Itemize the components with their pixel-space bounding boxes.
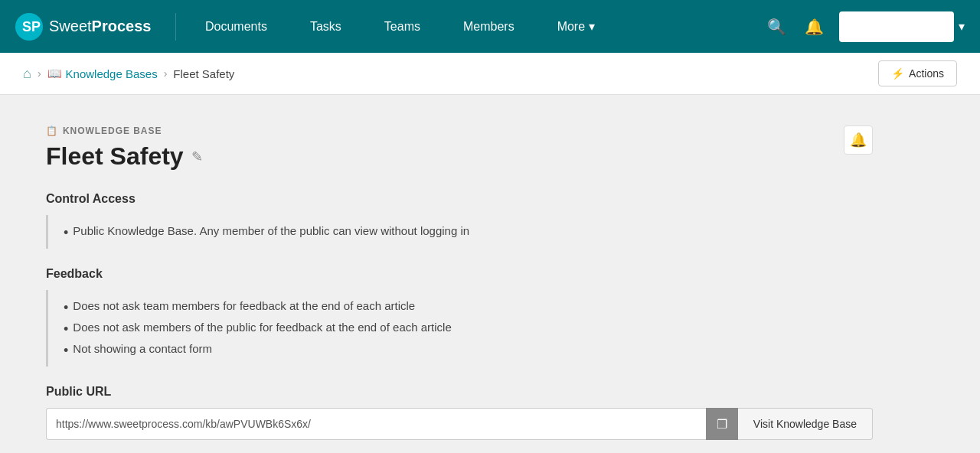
nav-members[interactable]: Members xyxy=(442,0,536,53)
svg-text:SP: SP xyxy=(22,19,41,34)
bullet-icon-2: • xyxy=(64,322,68,336)
feedback-heading: Feedback xyxy=(46,267,873,281)
nav-more[interactable]: More ▾ xyxy=(536,0,616,53)
copy-url-button[interactable]: ❐ xyxy=(706,408,738,440)
kb-title: Fleet Safety xyxy=(46,142,184,171)
kb-section-label: 📋 KNOWLEDGE BASE xyxy=(46,125,873,136)
nav-links: Documents Tasks Teams Members More ▾ xyxy=(184,0,764,53)
main-content: 🔔 📋 KNOWLEDGE BASE Fleet Safety ✎ Contro… xyxy=(0,95,919,453)
breadcrumb-bar: ⌂ › 📖 Knowledge Bases › Fleet Safety ⚡ A… xyxy=(0,53,980,95)
breadcrumb-separator-2: › xyxy=(164,67,168,80)
book-icon: 📋 xyxy=(46,125,58,136)
logo-area: SP SweetProcess xyxy=(15,13,176,41)
feedback-item-3: • Not showing a contact form xyxy=(64,342,858,357)
user-area: ▾ xyxy=(839,11,965,42)
feedback-item-2: • Does not ask members of the public for… xyxy=(64,321,858,336)
nav-tasks[interactable]: Tasks xyxy=(289,0,363,53)
url-row: ❐ Visit Knowledge Base xyxy=(46,408,873,440)
kb-title-row: Fleet Safety ✎ xyxy=(46,142,873,171)
bullet-icon-3: • xyxy=(64,344,68,357)
control-access-item-1: • Public Knowledge Base. Any member of t… xyxy=(64,224,858,240)
breadcrumb-separator-1: › xyxy=(38,67,41,80)
notification-button[interactable]: 🔔 xyxy=(802,15,827,39)
lightning-icon: ⚡ xyxy=(891,67,904,80)
actions-button[interactable]: ⚡ Actions xyxy=(878,60,957,86)
control-access-block: • Public Knowledge Base. Any member of t… xyxy=(46,215,873,249)
copy-icon: ❐ xyxy=(717,417,727,432)
nav-right: 🔍 🔔 ▾ xyxy=(764,11,965,42)
content-area: 🔔 📋 KNOWLEDGE BASE Fleet Safety ✎ Contro… xyxy=(0,95,980,453)
notification-subscribe-button[interactable]: 🔔 xyxy=(844,125,873,155)
nav-documents[interactable]: Documents xyxy=(184,0,289,53)
user-avatar[interactable] xyxy=(839,11,954,42)
knowledge-bases-link[interactable]: 📖 Knowledge Bases xyxy=(47,67,158,80)
edit-title-icon[interactable]: ✎ xyxy=(191,148,203,165)
breadcrumb: ⌂ › 📖 Knowledge Bases › Fleet Safety xyxy=(23,66,234,82)
public-url-input[interactable] xyxy=(46,408,706,440)
top-navigation: SP SweetProcess Documents Tasks Teams Me… xyxy=(0,0,980,53)
home-link[interactable]: ⌂ xyxy=(23,66,31,82)
search-button[interactable]: 🔍 xyxy=(764,15,789,39)
logo-text: SweetProcess xyxy=(49,18,151,35)
nav-teams[interactable]: Teams xyxy=(363,0,442,53)
visit-knowledge-base-button[interactable]: Visit Knowledge Base xyxy=(738,408,873,440)
control-access-heading: Control Access xyxy=(46,192,873,206)
public-url-section: Public URL ❐ Visit Knowledge Base xyxy=(46,385,873,440)
chevron-down-icon: ▾ xyxy=(589,19,595,34)
bullet-icon-1: • xyxy=(64,301,68,314)
kb-book-icon: 📖 xyxy=(47,67,62,80)
user-dropdown-arrow[interactable]: ▾ xyxy=(959,19,965,34)
sweetprocess-logo-icon: SP xyxy=(15,13,43,41)
bell-icon: 🔔 xyxy=(850,132,867,148)
public-url-heading: Public URL xyxy=(46,385,873,399)
breadcrumb-current: Fleet Safety xyxy=(173,67,234,80)
feedback-block: • Does not ask team members for feedback… xyxy=(46,290,873,367)
bullet-icon: • xyxy=(64,226,68,240)
feedback-item-1: • Does not ask team members for feedback… xyxy=(64,299,858,314)
